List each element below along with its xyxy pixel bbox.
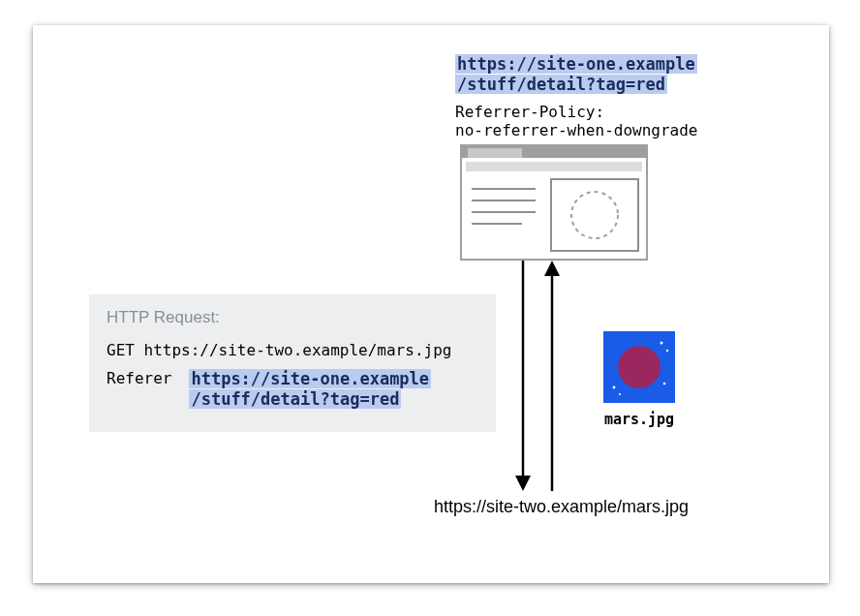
svg-rect-8 <box>551 179 638 251</box>
svg-point-16 <box>663 383 666 385</box>
origin-url: https://site-one.example /stuff/detail?t… <box>455 54 697 96</box>
http-referer-value-line1: https://site-one.example <box>189 369 431 388</box>
http-referer-value-line2: /stuff/detail?tag=red <box>189 389 401 409</box>
mars-image-label: mars.jpg <box>603 411 675 428</box>
http-request-box: HTTP Request: GET https://site-two.examp… <box>89 294 496 432</box>
svg-point-13 <box>666 350 668 352</box>
http-referer-value: https://site-one.example /stuff/detail?t… <box>189 369 431 411</box>
mars-image-icon <box>603 331 675 403</box>
target-url: https://site-two.example/mars.jpg <box>434 497 689 517</box>
svg-rect-2 <box>468 148 522 158</box>
http-request-get: GET https://site-two.example/mars.jpg <box>107 341 478 359</box>
diagram-canvas: https://site-one.example /stuff/detail?t… <box>33 25 829 583</box>
svg-rect-3 <box>466 162 642 171</box>
svg-point-15 <box>619 393 621 395</box>
svg-point-11 <box>618 346 660 388</box>
referrer-policy-line2: no-referrer-when-downgrade <box>455 121 697 139</box>
http-request-referer-row: Referer https://site-one.example /stuff/… <box>107 369 478 411</box>
referrer-policy: Referrer-Policy: no-referrer-when-downgr… <box>455 103 697 139</box>
request-response-arrows-icon <box>509 261 568 493</box>
svg-point-14 <box>613 386 616 389</box>
svg-point-12 <box>660 342 663 345</box>
http-request-title: HTTP Request: <box>107 308 478 327</box>
origin-url-line2: /stuff/detail?tag=red <box>455 75 667 94</box>
browser-window-icon <box>460 144 648 261</box>
origin-url-line1: https://site-one.example <box>455 54 697 74</box>
referrer-policy-line1: Referrer-Policy: <box>455 103 697 121</box>
svg-marker-20 <box>544 261 560 276</box>
svg-marker-18 <box>515 476 531 491</box>
http-referer-label: Referer <box>107 369 171 387</box>
